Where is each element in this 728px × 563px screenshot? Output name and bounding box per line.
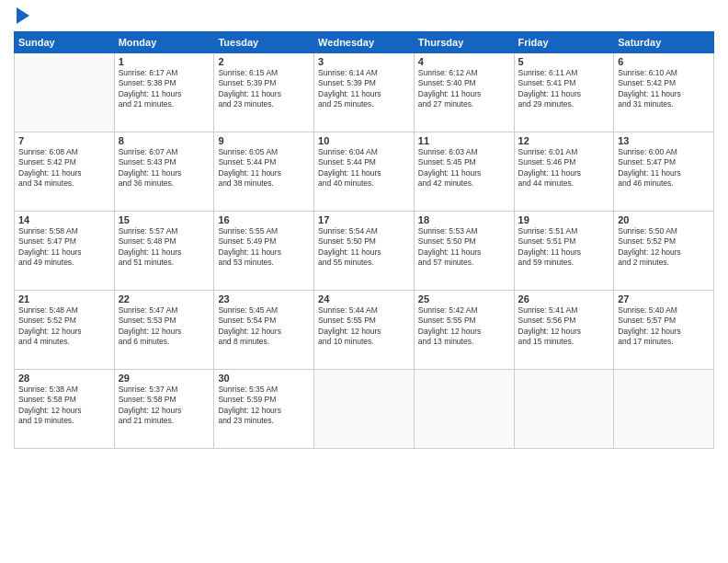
calendar-cell: 6Sunrise: 6:10 AMSunset: 5:42 PMDaylight…	[614, 53, 714, 132]
calendar-cell: 26Sunrise: 5:41 AMSunset: 5:56 PMDayligh…	[514, 291, 614, 370]
calendar-cell: 13Sunrise: 6:00 AMSunset: 5:47 PMDayligh…	[614, 132, 714, 212]
day-info: Sunrise: 5:51 AMSunset: 5:51 PMDaylight:…	[518, 226, 610, 269]
day-info: Sunrise: 6:11 AMSunset: 5:41 PMDaylight:…	[518, 68, 610, 110]
day-info: Sunrise: 5:35 AMSunset: 5:59 PMDaylight:…	[218, 385, 310, 427]
day-number: 8	[119, 135, 210, 146]
day-number: 6	[618, 56, 710, 67]
day-number: 17	[318, 214, 410, 225]
calendar-cell: 30Sunrise: 5:35 AMSunset: 5:59 PMDayligh…	[214, 370, 314, 449]
page: SundayMondayTuesdayWednesdayThursdayFrid…	[0, 0, 728, 563]
calendar-week-row: 21Sunrise: 5:48 AMSunset: 5:52 PMDayligh…	[15, 291, 714, 370]
calendar-cell	[614, 370, 714, 449]
day-number: 1	[119, 56, 210, 67]
header	[14, 9, 714, 24]
day-number: 11	[418, 135, 510, 146]
weekday-header: Monday	[114, 32, 214, 53]
calendar-cell: 5Sunrise: 6:11 AMSunset: 5:41 PMDaylight…	[514, 53, 614, 132]
weekday-header: Sunday	[15, 32, 115, 53]
calendar-cell	[414, 370, 514, 449]
day-number: 25	[418, 293, 510, 304]
calendar-cell: 27Sunrise: 5:40 AMSunset: 5:57 PMDayligh…	[614, 291, 714, 370]
calendar-cell: 22Sunrise: 5:47 AMSunset: 5:53 PMDayligh…	[114, 291, 214, 370]
weekday-header: Saturday	[614, 32, 714, 53]
day-info: Sunrise: 5:37 AMSunset: 5:58 PMDaylight:…	[119, 385, 210, 427]
day-number: 5	[518, 56, 610, 67]
day-number: 30	[218, 373, 310, 384]
day-number: 10	[318, 135, 410, 146]
calendar-cell: 15Sunrise: 5:57 AMSunset: 5:48 PMDayligh…	[114, 212, 214, 291]
calendar-cell	[514, 370, 614, 449]
weekday-header: Wednesday	[314, 32, 415, 53]
calendar-week-row: 28Sunrise: 5:38 AMSunset: 5:58 PMDayligh…	[15, 370, 714, 449]
calendar-cell: 21Sunrise: 5:48 AMSunset: 5:52 PMDayligh…	[15, 291, 115, 370]
day-number: 22	[119, 293, 210, 304]
calendar-cell: 11Sunrise: 6:03 AMSunset: 5:45 PMDayligh…	[414, 132, 514, 212]
day-info: Sunrise: 6:17 AMSunset: 5:38 PMDaylight:…	[119, 68, 210, 110]
day-number: 3	[318, 56, 410, 67]
day-info: Sunrise: 5:53 AMSunset: 5:50 PMDaylight:…	[418, 226, 510, 269]
day-info: Sunrise: 5:40 AMSunset: 5:57 PMDaylight:…	[618, 305, 710, 348]
day-number: 23	[218, 293, 310, 304]
calendar-week-row: 7Sunrise: 6:08 AMSunset: 5:42 PMDaylight…	[15, 132, 714, 212]
day-info: Sunrise: 6:04 AMSunset: 5:44 PMDaylight:…	[318, 147, 410, 190]
day-info: Sunrise: 5:58 AMSunset: 5:47 PMDaylight:…	[18, 226, 110, 269]
day-info: Sunrise: 5:50 AMSunset: 5:52 PMDaylight:…	[618, 226, 710, 269]
day-info: Sunrise: 6:00 AMSunset: 5:47 PMDaylight:…	[618, 147, 710, 190]
calendar-cell: 9Sunrise: 6:05 AMSunset: 5:44 PMDaylight…	[214, 132, 314, 212]
day-info: Sunrise: 5:54 AMSunset: 5:50 PMDaylight:…	[318, 226, 410, 269]
day-number: 21	[18, 293, 110, 304]
calendar-cell: 10Sunrise: 6:04 AMSunset: 5:44 PMDayligh…	[314, 132, 415, 212]
day-info: Sunrise: 6:10 AMSunset: 5:42 PMDaylight:…	[618, 68, 710, 110]
calendar-cell: 29Sunrise: 5:37 AMSunset: 5:58 PMDayligh…	[114, 370, 214, 449]
day-number: 15	[119, 214, 210, 225]
day-number: 16	[218, 214, 310, 225]
day-info: Sunrise: 6:05 AMSunset: 5:44 PMDaylight:…	[218, 147, 310, 190]
calendar-cell: 12Sunrise: 6:01 AMSunset: 5:46 PMDayligh…	[514, 132, 614, 212]
calendar-cell: 28Sunrise: 5:38 AMSunset: 5:58 PMDayligh…	[15, 370, 115, 449]
day-info: Sunrise: 5:41 AMSunset: 5:56 PMDaylight:…	[518, 305, 610, 348]
calendar-cell: 3Sunrise: 6:14 AMSunset: 5:39 PMDaylight…	[314, 53, 415, 132]
day-number: 7	[18, 135, 110, 146]
day-info: Sunrise: 5:48 AMSunset: 5:52 PMDaylight:…	[18, 305, 110, 348]
calendar-cell: 2Sunrise: 6:15 AMSunset: 5:39 PMDaylight…	[214, 53, 314, 132]
calendar-cell: 23Sunrise: 5:45 AMSunset: 5:54 PMDayligh…	[214, 291, 314, 370]
calendar-cell: 25Sunrise: 5:42 AMSunset: 5:55 PMDayligh…	[414, 291, 514, 370]
day-info: Sunrise: 5:44 AMSunset: 5:55 PMDaylight:…	[318, 305, 410, 348]
calendar-cell	[15, 53, 115, 132]
day-info: Sunrise: 6:15 AMSunset: 5:39 PMDaylight:…	[218, 68, 310, 110]
day-info: Sunrise: 5:57 AMSunset: 5:48 PMDaylight:…	[119, 226, 210, 269]
calendar-cell: 18Sunrise: 5:53 AMSunset: 5:50 PMDayligh…	[414, 212, 514, 291]
day-info: Sunrise: 6:14 AMSunset: 5:39 PMDaylight:…	[318, 68, 410, 110]
day-number: 4	[418, 56, 510, 67]
day-info: Sunrise: 5:47 AMSunset: 5:53 PMDaylight:…	[119, 305, 210, 348]
day-number: 19	[518, 214, 610, 225]
logo	[14, 9, 29, 24]
calendar-cell: 14Sunrise: 5:58 AMSunset: 5:47 PMDayligh…	[15, 212, 115, 291]
day-info: Sunrise: 5:45 AMSunset: 5:54 PMDaylight:…	[218, 305, 310, 348]
day-info: Sunrise: 6:08 AMSunset: 5:42 PMDaylight:…	[18, 147, 110, 190]
day-number: 9	[218, 135, 310, 146]
day-info: Sunrise: 6:01 AMSunset: 5:46 PMDaylight:…	[518, 147, 610, 190]
day-info: Sunrise: 6:07 AMSunset: 5:43 PMDaylight:…	[119, 147, 210, 190]
day-number: 24	[318, 293, 410, 304]
weekday-header: Tuesday	[214, 32, 314, 53]
day-number: 28	[18, 373, 110, 384]
calendar-cell: 24Sunrise: 5:44 AMSunset: 5:55 PMDayligh…	[314, 291, 415, 370]
day-number: 18	[418, 214, 510, 225]
calendar-cell: 19Sunrise: 5:51 AMSunset: 5:51 PMDayligh…	[514, 212, 614, 291]
calendar-week-row: 14Sunrise: 5:58 AMSunset: 5:47 PMDayligh…	[15, 212, 714, 291]
logo-arrow-icon	[17, 7, 29, 24]
calendar-cell	[314, 370, 415, 449]
calendar-cell: 7Sunrise: 6:08 AMSunset: 5:42 PMDaylight…	[15, 132, 115, 212]
day-number: 13	[618, 135, 710, 146]
day-number: 26	[518, 293, 610, 304]
day-number: 20	[618, 214, 710, 225]
calendar-cell: 1Sunrise: 6:17 AMSunset: 5:38 PMDaylight…	[114, 53, 214, 132]
calendar-cell: 8Sunrise: 6:07 AMSunset: 5:43 PMDaylight…	[114, 132, 214, 212]
calendar-cell: 20Sunrise: 5:50 AMSunset: 5:52 PMDayligh…	[614, 212, 714, 291]
weekday-header: Friday	[514, 32, 614, 53]
calendar-cell: 17Sunrise: 5:54 AMSunset: 5:50 PMDayligh…	[314, 212, 415, 291]
calendar-cell: 16Sunrise: 5:55 AMSunset: 5:49 PMDayligh…	[214, 212, 314, 291]
day-number: 27	[618, 293, 710, 304]
day-info: Sunrise: 6:03 AMSunset: 5:45 PMDaylight:…	[418, 147, 510, 190]
